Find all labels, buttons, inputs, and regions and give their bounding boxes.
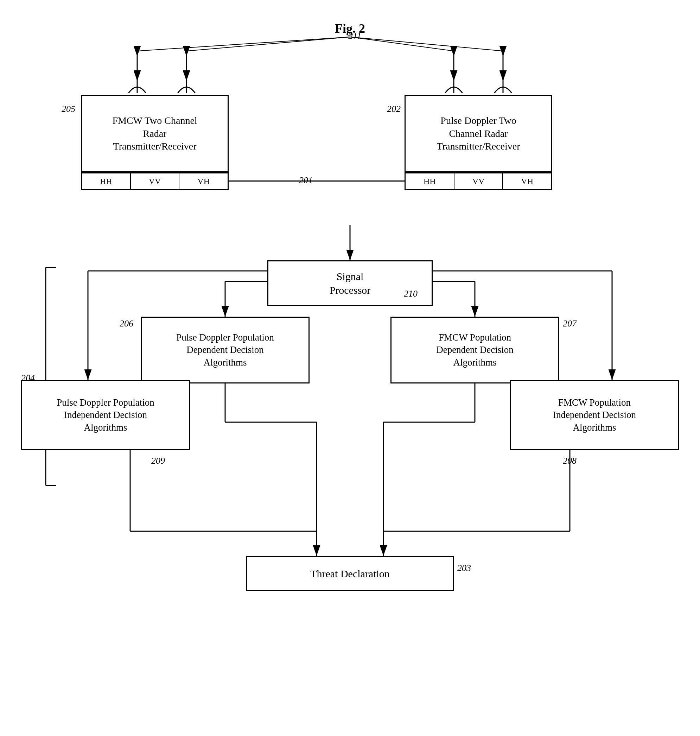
fmcw-vv: VV xyxy=(131,174,180,189)
crossover-line xyxy=(229,181,404,181)
ref-204: 204 xyxy=(21,373,35,383)
diagram-container: Fig. 2 xyxy=(0,0,700,704)
ref-210: 210 xyxy=(404,289,418,299)
ref-211: 211 xyxy=(348,31,361,41)
ref-206: 206 xyxy=(120,318,133,329)
antenna-pd-2 xyxy=(493,81,513,93)
ref-208: 208 xyxy=(563,456,576,466)
fmcw-channel-row: HH VV VH xyxy=(81,172,229,190)
signal-processor-box: Signal Processor xyxy=(267,261,433,306)
ref-207: 207 xyxy=(563,318,576,329)
svg-line-10 xyxy=(350,37,503,51)
ref-202: 202 xyxy=(387,104,401,114)
antenna-fmcw-2 xyxy=(176,81,197,93)
pd-hh: HH xyxy=(406,174,454,189)
antenna-pd-1 xyxy=(443,81,464,93)
fmcw-pop-dep-box: FMCW Population Dependent Decision Algor… xyxy=(390,316,559,383)
threat-declaration-box: Threat Declaration xyxy=(246,556,454,591)
ref-205: 205 xyxy=(62,104,75,114)
ref-201: 201 xyxy=(299,175,313,186)
pd-vh: VH xyxy=(503,174,551,189)
ref-209: 209 xyxy=(151,456,165,466)
svg-line-7 xyxy=(137,37,350,51)
antenna-fmcw-1 xyxy=(126,81,148,93)
svg-line-8 xyxy=(187,37,350,51)
pd-channel-row: HH VV VH xyxy=(404,172,552,190)
fmcw-vh: VH xyxy=(179,174,228,189)
pd-pop-dep-box: Pulse Doppler Population Dependent Decis… xyxy=(141,316,310,383)
pd-pop-indep-box: Pulse Doppler Population Independent Dec… xyxy=(21,380,190,450)
fmcw-hh: HH xyxy=(82,174,131,189)
ref-203: 203 xyxy=(457,563,471,574)
pd-radar-box: Pulse Doppler Two Channel Radar Transmit… xyxy=(404,95,552,172)
svg-line-9 xyxy=(350,37,454,51)
fmcw-pop-indep-box: FMCW Population Independent Decision Alg… xyxy=(510,380,679,450)
fmcw-radar-box: FMCW Two Channel Radar Transmitter/Recei… xyxy=(81,95,229,172)
pd-vv: VV xyxy=(454,174,503,189)
